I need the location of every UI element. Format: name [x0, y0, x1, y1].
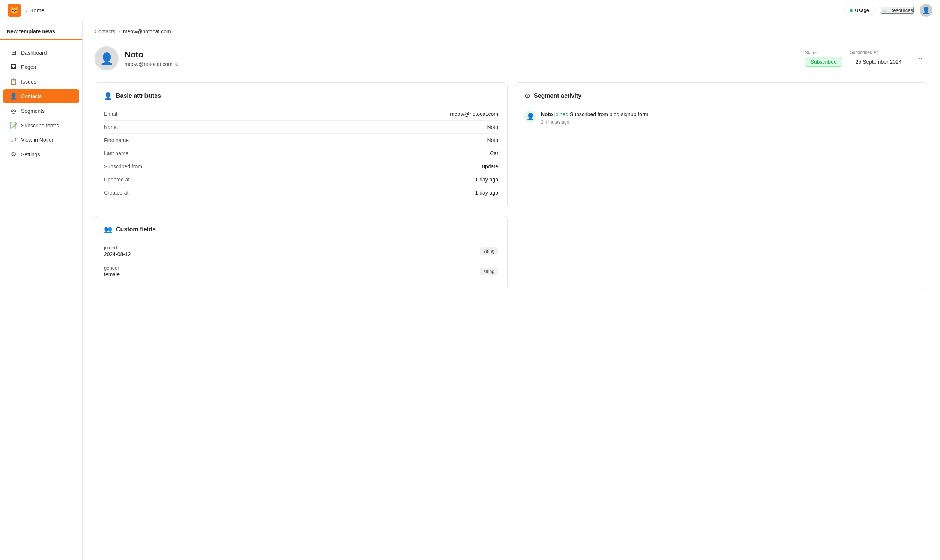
sidebar-item-settings[interactable]: ⚙ Settings: [3, 147, 79, 161]
attr-name-row: Name Noto: [104, 121, 498, 134]
activity-text: Noto joined Subscribed from blog signup …: [541, 111, 648, 118]
contact-header: 👤 Noto meow@notocat.com ⧉ Status Subscri…: [94, 40, 928, 80]
attr-created-at-row: Created at 1 day ago: [104, 186, 498, 199]
sidebar-item-segments[interactable]: ◎ Segments: [3, 104, 79, 118]
attr-email-row: Email meow@notocat.com: [104, 108, 498, 121]
activity-action: joined: [555, 111, 568, 117]
activity-content: Noto joined Subscribed from blog signup …: [541, 111, 648, 125]
usage-button[interactable]: Usage: [844, 6, 875, 15]
sidebar-label-view-in-notion: View in Notion: [21, 137, 54, 143]
sidebar-item-dashboard[interactable]: ⊞ Dashboard: [3, 46, 79, 60]
more-options-button[interactable]: ···: [915, 53, 928, 64]
attr-subscribed-from-label: Subscribed from: [104, 163, 142, 169]
segments-icon: ◎: [10, 107, 17, 114]
attr-email-label: Email: [104, 111, 117, 117]
user-avatar[interactable]: 👤: [920, 4, 932, 17]
main-content: Contacts › meow@notocat.com 👤 Noto meow@…: [83, 21, 940, 560]
cf-gender-info: gender female: [104, 265, 120, 277]
breadcrumb-parent[interactable]: Contacts: [94, 28, 115, 34]
attr-lastname-label: Last name: [104, 150, 128, 156]
cf-joined-at-key: joined_at: [104, 245, 131, 251]
usage-label: Usage: [855, 8, 869, 13]
sidebar-item-contacts[interactable]: 👤 Contacts: [3, 89, 79, 103]
attr-firstname-value: Noto: [487, 137, 498, 143]
issues-icon: 📋: [10, 78, 17, 85]
sidebar-item-view-in-notion[interactable]: 𝒩 View in Notion: [3, 133, 79, 146]
basic-attributes-card: 👤 Basic attributes Email meow@notocat.co…: [94, 83, 507, 208]
contact-name: Noto: [125, 50, 178, 60]
breadcrumb: Contacts › meow@notocat.com: [94, 21, 928, 40]
attr-subscribed-from-row: Subscribed from update: [104, 160, 498, 173]
breadcrumb-current: meow@notocat.com: [123, 28, 171, 34]
contact-email-row: meow@notocat.com ⧉: [125, 61, 178, 67]
attr-firstname-label: First name: [104, 137, 129, 143]
attr-name-label: Name: [104, 124, 118, 130]
sidebar: New template news ⊞ Dashboard 🖼 Pages 📋 …: [0, 21, 83, 560]
attr-subscribed-from-value: update: [482, 163, 498, 169]
attr-lastname-row: Last name Cat: [104, 147, 498, 160]
subscribe-forms-icon: 📝: [10, 122, 17, 129]
segment-activity-card: ⊙ Segment activity 👤 Noto joined Subsc: [515, 83, 928, 291]
back-label: Home: [29, 7, 44, 14]
attr-updated-at-value: 1 day ago: [475, 177, 499, 183]
cf-joined-at-type: string: [480, 248, 498, 255]
basic-attributes-title: 👤 Basic attributes: [104, 92, 498, 100]
usage-dot-icon: [850, 9, 852, 12]
contact-meta: Status Subscribed Subscribed At 25 Septe…: [805, 50, 928, 67]
top-navigation: 🐱 ‹ Home Usage 📖 Resources 👤: [0, 0, 940, 21]
cf-gender-value: female: [104, 271, 120, 277]
segment-activity-title: ⊙ Segment activity: [524, 92, 918, 100]
attr-firstname-row: First name Noto: [104, 134, 498, 147]
pages-icon: 🖼: [10, 64, 17, 71]
sidebar-item-issues[interactable]: 📋 Issues: [3, 75, 79, 88]
breadcrumb-separator: ›: [118, 28, 120, 34]
cf-joined-at-value: 2024-08-12: [104, 251, 131, 257]
sidebar-label-settings: Settings: [21, 151, 40, 157]
custom-field-gender: gender female string: [104, 261, 498, 281]
activity-time: 2 minutes ago: [541, 120, 648, 125]
cards-grid: 👤 Basic attributes Email meow@notocat.co…: [94, 83, 928, 291]
attr-email-value: meow@notocat.com: [450, 111, 498, 117]
segment-activity-icon: ⊙: [524, 92, 530, 100]
activity-item: 👤 Noto joined Subscribed from blog signu…: [524, 108, 918, 128]
contact-email-value: meow@notocat.com: [125, 61, 173, 67]
sidebar-title: New template news: [0, 28, 82, 40]
sidebar-label-segments: Segments: [21, 108, 45, 114]
contacts-icon: 👤: [10, 92, 17, 100]
status-badge: Subscribed: [805, 57, 843, 67]
resources-book-icon: 📖: [881, 8, 888, 13]
sidebar-label-pages: Pages: [21, 64, 36, 70]
subscribed-at-group: Subscribed At 25 September 2024: [850, 50, 908, 67]
contact-details: Noto meow@notocat.com ⧉: [125, 50, 178, 67]
cf-gender-type: string: [480, 268, 498, 275]
sidebar-label-contacts: Contacts: [21, 93, 42, 99]
sidebar-item-subscribe-forms[interactable]: 📝 Subscribe forms: [3, 118, 79, 132]
sidebar-label-subscribe-forms: Subscribe forms: [21, 123, 59, 129]
subscribed-at-label: Subscribed At: [850, 50, 878, 55]
resources-label: Resources: [890, 8, 913, 13]
attr-name-value: Noto: [487, 124, 498, 130]
custom-fields-card: 👥 Custom fields joined_at 2024-08-12 str…: [94, 216, 507, 291]
cf-joined-at-info: joined_at 2024-08-12: [104, 245, 131, 257]
contact-avatar: 👤: [94, 46, 119, 71]
custom-field-joined-at: joined_at 2024-08-12 string: [104, 241, 498, 261]
activity-join-icon: 👤: [526, 112, 535, 121]
custom-fields-icon: 👥: [104, 225, 112, 234]
sidebar-label-dashboard: Dashboard: [21, 50, 47, 56]
activity-name: Noto: [541, 111, 553, 117]
attr-lastname-value: Cat: [490, 150, 498, 156]
sidebar-item-pages[interactable]: 🖼 Pages: [3, 60, 79, 74]
notion-icon: 𝒩: [10, 137, 17, 143]
settings-icon: ⚙: [10, 151, 17, 158]
sidebar-label-issues: Issues: [21, 79, 36, 85]
subscribed-at-value: 25 September 2024: [850, 57, 908, 67]
app-logo: 🐱: [8, 4, 21, 17]
attr-updated-at-row: Updated at 1 day ago: [104, 173, 498, 186]
status-group: Status Subscribed: [805, 50, 843, 67]
attr-created-at-label: Created at: [104, 190, 128, 196]
back-home-button[interactable]: ‹ Home: [26, 7, 44, 14]
copy-email-icon[interactable]: ⧉: [175, 61, 178, 67]
activity-description: Subscribed from blog signup form: [570, 111, 648, 117]
resources-button[interactable]: 📖 Resources: [881, 7, 914, 14]
status-label: Status: [805, 50, 818, 55]
